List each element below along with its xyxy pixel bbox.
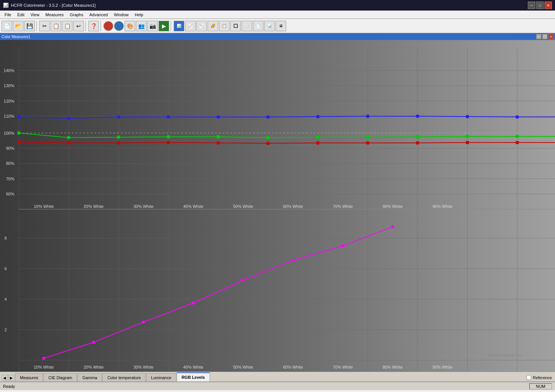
menu-edit[interactable]: Edit [14, 12, 28, 18]
svg-text:4: 4 [5, 297, 7, 301]
toolbar-display-7[interactable]: ⬜ [242, 21, 252, 31]
minimize-button[interactable]: ─ [528, 2, 535, 9]
svg-text:120%: 120% [4, 99, 14, 103]
menu-file[interactable]: File [2, 12, 14, 18]
reference-area: Reference [526, 375, 552, 380]
tab-luminance[interactable]: Luminance [146, 373, 176, 381]
mdi-window: Color Measures1 ─ ❐ ✕ Gray Scale Balance… [0, 33, 555, 372]
menu-graphs[interactable]: Graphs [67, 12, 86, 18]
svg-text:30% White: 30% White [133, 204, 153, 209]
svg-point-93 [142, 321, 145, 324]
toolbar-paste[interactable]: 📋 [62, 21, 72, 31]
close-button[interactable]: ✕ [544, 2, 552, 9]
svg-rect-86 [316, 141, 319, 145]
inner-close-button[interactable]: ✕ [548, 34, 553, 39]
menu-advanced[interactable]: Advanced [86, 12, 111, 18]
toolbar-copy[interactable]: 📋 [51, 21, 61, 31]
status-bar-right: NUM [529, 383, 552, 389]
title-bar: 📊 HCFR Colorimeter - 3.5.2 - [Color Meas… [0, 0, 555, 11]
svg-text:80%: 80% [6, 161, 14, 166]
tab-color-temperature[interactable]: Color temperature [102, 373, 146, 381]
svg-rect-69 [17, 131, 20, 134]
svg-rect-61 [167, 115, 170, 118]
menu-help[interactable]: Help [132, 12, 146, 18]
inner-minimize-button[interactable]: ─ [536, 34, 541, 39]
svg-rect-67 [466, 115, 469, 118]
svg-text:40% White: 40% White [183, 365, 203, 369]
maximize-button[interactable]: □ [536, 2, 544, 9]
svg-text:50% White: 50% White [233, 365, 253, 369]
svg-text:40% White: 40% White [183, 204, 203, 209]
menu-view[interactable]: View [28, 12, 43, 18]
toolbar-help[interactable]: ❓ [88, 21, 99, 31]
svg-text:80% White: 80% White [382, 204, 402, 209]
toolbar-sep-1 [36, 21, 38, 31]
tab-next[interactable]: ▶ [8, 375, 14, 381]
toolbar-display-3[interactable]: 📉 [196, 21, 207, 31]
tab-prev[interactable]: ◀ [2, 375, 8, 381]
toolbar-display-8[interactable]: 📄 [253, 21, 264, 31]
svg-rect-62 [217, 115, 220, 118]
svg-rect-75 [316, 136, 319, 139]
svg-text:60% White: 60% White [283, 365, 303, 369]
toolbar-display-1[interactable]: 📊 [174, 21, 184, 31]
status-text: Ready [3, 384, 15, 389]
svg-text:2: 2 [5, 327, 7, 332]
toolbar-red-circle[interactable] [103, 21, 113, 31]
tab-cie-label: CIE Diagram [48, 375, 72, 380]
toolbar-display-9[interactable]: 📊 [264, 21, 275, 31]
toolbar-sep-2 [85, 21, 87, 31]
svg-rect-58 [17, 115, 20, 118]
toolbar-undo[interactable]: ↩ [73, 21, 84, 31]
tab-rgb-levels[interactable]: RGB Levels [177, 372, 210, 381]
svg-rect-71 [117, 136, 120, 139]
title-bar-controls: ─ □ ✕ [528, 2, 552, 9]
tab-cie-diagram[interactable]: CIE Diagram [43, 373, 77, 381]
svg-rect-84 [217, 141, 220, 145]
svg-rect-74 [267, 136, 270, 139]
svg-rect-89 [466, 141, 469, 144]
svg-rect-77 [416, 135, 419, 138]
svg-text:30% White: 30% White [133, 365, 153, 369]
toolbar-save[interactable]: 💾 [24, 21, 35, 31]
svg-rect-73 [217, 135, 220, 138]
reference-label[interactable]: Reference [533, 375, 552, 380]
tab-gamma[interactable]: Gamma [77, 373, 102, 381]
toolbar-camera[interactable]: 📷 [147, 21, 158, 31]
toolbar-sep-4 [171, 21, 172, 31]
svg-rect-81 [67, 141, 70, 145]
chart-svg: 140% 130% 120% 110% 100% 90% 80% 70% 60%… [0, 40, 555, 372]
toolbar-display-4[interactable]: 🌈 [208, 21, 218, 31]
reference-checkbox[interactable] [526, 375, 531, 380]
inner-title-controls: ─ ❐ ✕ [536, 34, 553, 39]
toolbar-colorwheel[interactable]: 🎨 [125, 21, 135, 31]
toolbar-display-5[interactable]: 📋 [219, 21, 230, 31]
svg-rect-64 [316, 115, 319, 118]
toolbar-cut[interactable]: ✂ [39, 21, 50, 31]
svg-rect-88 [416, 141, 419, 145]
bottom-area: ◀ ▶ Measures CIE Diagram Gamma Color tem… [0, 372, 555, 392]
svg-text:90%: 90% [6, 146, 14, 151]
tab-gamma-label: Gamma [82, 375, 97, 380]
svg-rect-85 [267, 142, 270, 145]
window-title: HCFR Colorimeter - 3.5.2 - [Color Measur… [11, 3, 96, 8]
toolbar-display-10[interactable]: 🖥 [276, 21, 286, 31]
toolbar-users[interactable]: 👥 [136, 21, 146, 31]
toolbar-open[interactable]: 📂 [13, 21, 23, 31]
svg-point-91 [42, 357, 45, 360]
menu-measures[interactable]: Measures [42, 12, 66, 18]
svg-rect-83 [167, 141, 170, 144]
menu-window[interactable]: Window [111, 12, 132, 18]
svg-rect-82 [117, 141, 120, 145]
toolbar-display-6[interactable]: 🔲 [230, 21, 241, 31]
svg-text:130%: 130% [4, 83, 14, 88]
svg-point-96 [291, 259, 294, 262]
toolbar-display-2[interactable]: 📈 [185, 21, 196, 31]
toolbar-blue-circle[interactable] [114, 21, 124, 31]
svg-text:70% White: 70% White [333, 204, 353, 209]
toolbar-new[interactable]: 📄 [2, 21, 12, 31]
inner-restore-button[interactable]: ❐ [542, 34, 547, 39]
tab-measures[interactable]: Measures [15, 373, 43, 381]
svg-text:10% White: 10% White [34, 365, 54, 369]
toolbar-play[interactable]: ▶ [159, 21, 169, 31]
